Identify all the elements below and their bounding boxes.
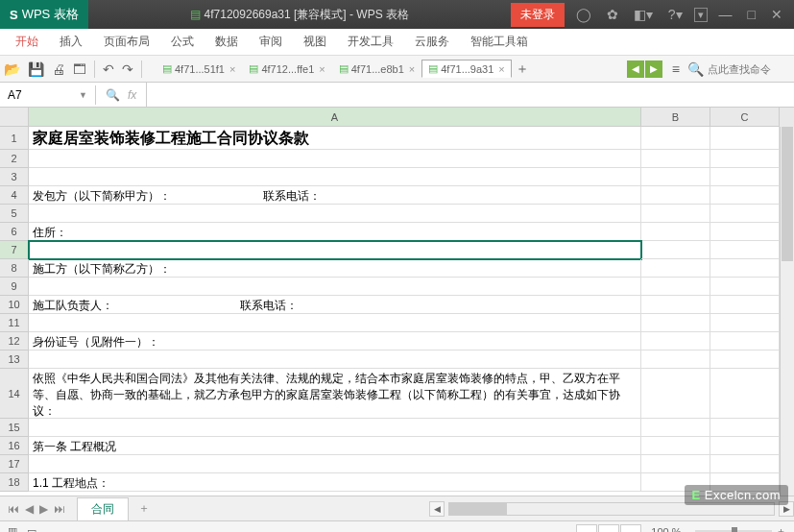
cell[interactable] bbox=[641, 437, 710, 455]
cell[interactable]: 家庭居室装饰装修工程施工合同协议条款 bbox=[29, 127, 641, 150]
add-tab-icon[interactable]: ＋ bbox=[512, 59, 533, 80]
cell[interactable] bbox=[29, 419, 641, 437]
login-button[interactable]: 未登录 bbox=[511, 3, 565, 27]
cell[interactable] bbox=[29, 241, 641, 259]
cell[interactable] bbox=[710, 241, 780, 259]
cell[interactable] bbox=[641, 296, 710, 314]
scroll-left-button[interactable]: ◀ bbox=[429, 501, 445, 517]
cell[interactable] bbox=[641, 205, 710, 223]
row-header[interactable]: 18 bbox=[0, 473, 29, 492]
cell[interactable] bbox=[29, 205, 641, 223]
name-box[interactable]: A7▼ bbox=[0, 85, 96, 105]
command-search-input[interactable] bbox=[708, 63, 794, 75]
cell[interactable] bbox=[641, 351, 710, 369]
cell[interactable] bbox=[641, 127, 710, 150]
cell[interactable] bbox=[710, 369, 780, 419]
close-button[interactable]: ✕ bbox=[767, 5, 786, 24]
menu-layout[interactable]: 页面布局 bbox=[104, 34, 150, 50]
doc-tab-2[interactable]: ▤4f712...ffe1× bbox=[242, 60, 331, 78]
skin-icon[interactable]: ◧▾ bbox=[630, 5, 657, 24]
undo-icon[interactable]: ↶ bbox=[99, 60, 118, 79]
cell[interactable] bbox=[641, 168, 710, 186]
sheet-tab[interactable]: 合同 bbox=[77, 497, 129, 520]
scrollbar-thumb[interactable] bbox=[449, 503, 507, 515]
menu-data[interactable]: 数据 bbox=[215, 34, 238, 50]
save-icon[interactable]: 💾 bbox=[24, 60, 48, 79]
cell[interactable] bbox=[710, 205, 780, 223]
cell[interactable] bbox=[641, 369, 710, 419]
row-header[interactable]: 8 bbox=[0, 259, 29, 278]
row-header[interactable]: 5 bbox=[0, 205, 29, 223]
cell[interactable] bbox=[641, 419, 710, 437]
cell[interactable] bbox=[710, 259, 780, 278]
column-header-a[interactable]: A bbox=[29, 108, 641, 127]
doc-tab-1[interactable]: ▤4f71...51f1× bbox=[156, 60, 242, 78]
sheet-prev-icon[interactable]: ◀ bbox=[23, 502, 36, 516]
cell[interactable] bbox=[29, 278, 641, 296]
layout-icon[interactable]: ▥ bbox=[8, 525, 17, 532]
row-header[interactable]: 10 bbox=[0, 296, 29, 314]
row-header[interactable]: 4 bbox=[0, 186, 29, 205]
cell[interactable] bbox=[710, 314, 780, 332]
print-icon[interactable]: 🗔 bbox=[69, 60, 90, 79]
cell[interactable] bbox=[710, 168, 780, 186]
view-normal-button[interactable] bbox=[576, 524, 597, 533]
view-break-button[interactable] bbox=[620, 524, 641, 533]
search-icon[interactable]: 🔍 bbox=[684, 60, 708, 79]
column-header-c[interactable]: C bbox=[710, 108, 780, 127]
menu-insert[interactable]: 插入 bbox=[60, 34, 83, 50]
cell[interactable]: 施工队负责人： 联系电话： bbox=[29, 296, 641, 314]
menu-view[interactable]: 视图 bbox=[303, 34, 326, 50]
cell[interactable] bbox=[29, 150, 641, 168]
close-icon[interactable]: × bbox=[409, 63, 415, 75]
menu-cloud[interactable]: 云服务 bbox=[415, 34, 449, 50]
cell[interactable]: 身份证号（见附件一）： bbox=[29, 332, 641, 351]
vertical-scrollbar[interactable] bbox=[780, 127, 794, 496]
row-header[interactable]: 16 bbox=[0, 437, 29, 455]
cell[interactable] bbox=[710, 150, 780, 168]
view-page-button[interactable] bbox=[598, 524, 619, 533]
cell[interactable] bbox=[710, 419, 780, 437]
cell[interactable] bbox=[710, 455, 780, 473]
open-icon[interactable]: 📂 bbox=[0, 60, 24, 79]
menu-formula[interactable]: 公式 bbox=[171, 34, 194, 50]
cell[interactable] bbox=[641, 332, 710, 351]
tab-prev-button[interactable]: ◀ bbox=[627, 60, 644, 78]
close-icon[interactable]: × bbox=[319, 63, 325, 75]
restore-icon[interactable]: ▾ bbox=[694, 8, 708, 22]
cell[interactable] bbox=[710, 186, 780, 205]
menu-start[interactable]: 开始 bbox=[15, 34, 38, 50]
tab-next-button[interactable]: ▶ bbox=[645, 60, 662, 78]
cell[interactable] bbox=[641, 455, 710, 473]
formula-input[interactable] bbox=[147, 85, 794, 104]
cell[interactable]: 发包方（以下简称甲方）： 联系电话： bbox=[29, 186, 641, 205]
cell[interactable] bbox=[710, 127, 780, 150]
cell[interactable] bbox=[641, 314, 710, 332]
cell[interactable]: 施工方（以下简称乙方）： bbox=[29, 259, 641, 278]
zoom-in-button[interactable]: ＋ bbox=[776, 524, 786, 532]
cell[interactable]: 第一条 工程概况 bbox=[29, 437, 641, 455]
row-header[interactable]: 6 bbox=[0, 223, 29, 241]
fx-icon[interactable]: fx bbox=[128, 88, 136, 102]
scrollbar-thumb[interactable] bbox=[782, 127, 793, 261]
cell[interactable] bbox=[641, 186, 710, 205]
cell[interactable] bbox=[29, 168, 641, 186]
row-header[interactable]: 12 bbox=[0, 332, 29, 351]
row-header[interactable]: 2 bbox=[0, 150, 29, 168]
cell[interactable] bbox=[29, 314, 641, 332]
row-header[interactable]: 1 bbox=[0, 127, 29, 150]
maximize-button[interactable]: □ bbox=[744, 5, 759, 24]
search-fx-icon[interactable]: 🔍 bbox=[106, 88, 120, 102]
doc-tab-3[interactable]: ▤4f71...e8b1× bbox=[332, 60, 422, 78]
menu-smart[interactable]: 智能工具箱 bbox=[470, 34, 528, 50]
column-header-b[interactable]: B bbox=[641, 108, 710, 127]
row-header[interactable]: 14 bbox=[0, 369, 29, 419]
menu-review[interactable]: 审阅 bbox=[259, 34, 282, 50]
row-header[interactable]: 13 bbox=[0, 351, 29, 369]
redo-icon[interactable]: ↷ bbox=[118, 60, 137, 79]
sheet-first-icon[interactable]: ⏮ bbox=[6, 502, 21, 516]
cell[interactable] bbox=[29, 351, 641, 369]
help-icon[interactable]: ?▾ bbox=[664, 5, 686, 24]
cell[interactable] bbox=[29, 455, 641, 473]
row-header[interactable]: 3 bbox=[0, 168, 29, 186]
